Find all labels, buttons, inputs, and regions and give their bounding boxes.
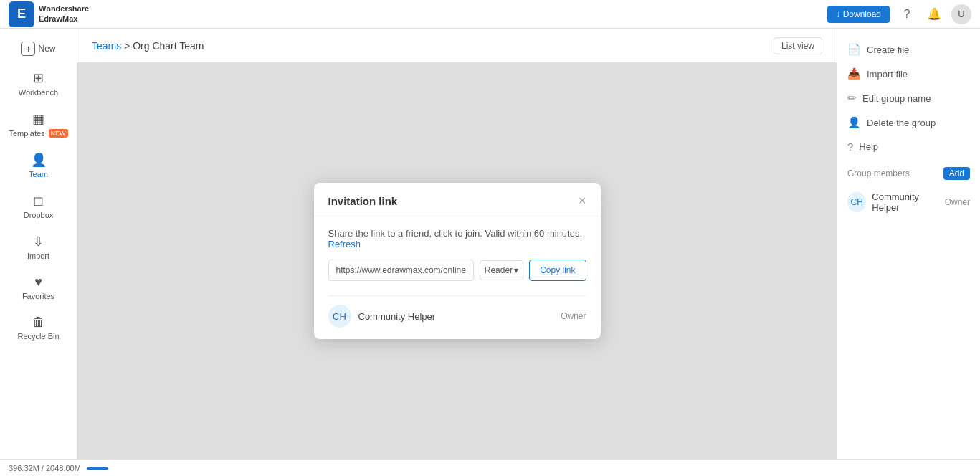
member-name: Community Helper <box>872 191 944 213</box>
sidebar-item-dropbox[interactable]: ◻ Dropbox <box>4 187 72 225</box>
content-header: Teams > Org Chart Team List view <box>77 29 837 63</box>
import-file-icon: 📥 <box>847 67 861 80</box>
right-panel-help[interactable]: ? Help <box>837 135 980 158</box>
edit-group-name-label: Edit group name <box>862 93 931 104</box>
status-bar: 396.32M / 2048.00M <box>0 459 980 476</box>
breadcrumb: Teams > Org Chart Team <box>92 40 204 52</box>
modal-member-row: CH Community Helper Owner <box>328 305 586 328</box>
right-panel-edit-group-name[interactable]: ✏ Edit group name <box>837 86 980 110</box>
sidebar-item-favorites-label: Favorites <box>22 292 54 300</box>
breadcrumb-current: Org Chart Team <box>133 40 204 52</box>
topbar-right: ↓ Download ? 🔔 U <box>827 4 971 24</box>
right-panel-create-file[interactable]: 📄 Create file <box>837 37 980 62</box>
member-role: Owner <box>945 197 970 207</box>
edit-group-name-icon: ✏ <box>847 92 857 105</box>
create-file-icon: 📄 <box>847 43 861 56</box>
sidebar-item-import[interactable]: ⇩ Import <box>4 228 72 266</box>
member-avatar: CH <box>847 192 866 212</box>
modal-member-avatar: CH <box>328 305 351 328</box>
sidebar-item-import-label: Import <box>27 252 49 260</box>
sidebar-item-templates-label: Templates <box>9 129 44 138</box>
logo-icon: E <box>9 1 34 27</box>
user-avatar-button[interactable]: U <box>951 4 971 24</box>
sidebar-item-recycle-bin[interactable]: 🗑 Recycle Bin <box>4 309 72 346</box>
help-icon-button[interactable]: ? <box>897 4 917 24</box>
create-file-label: Create file <box>867 44 909 55</box>
storage-text: 396.32M / 2048.00M <box>9 464 81 472</box>
help-icon: ? <box>847 141 853 153</box>
topbar: E Wondershare EdrawMax ↓ Download ? 🔔 U <box>0 0 980 29</box>
group-members-header: Group members Add <box>837 161 980 186</box>
modal-member-name: Community Helper <box>358 311 436 322</box>
new-plus-icon: + <box>21 42 35 56</box>
content-area: Teams > Org Chart Team List view Invitat… <box>77 29 837 459</box>
refresh-link[interactable]: Refresh <box>328 239 361 249</box>
modal-header: Invitation link × <box>314 183 601 216</box>
modal-divider <box>328 295 586 296</box>
storage-progress-bar <box>87 467 108 470</box>
sidebar-item-new[interactable]: + New <box>4 36 72 62</box>
member-item: CH Community Helper Owner <box>837 186 980 219</box>
right-panel-import-file[interactable]: 📥 Import file <box>837 62 980 86</box>
reader-dropdown[interactable]: Reader ▾ <box>480 260 523 280</box>
import-icon: ⇩ <box>33 234 44 249</box>
modal-body: Share the link to a friend, click to joi… <box>314 216 601 339</box>
download-button[interactable]: ↓ Download <box>827 6 890 23</box>
sidebar-item-workbench[interactable]: ⊞ Workbench <box>4 65 72 103</box>
main-layout: + New ⊞ Workbench ▦ Templates NEW 👤 Team… <box>0 29 980 459</box>
workbench-icon: ⊞ <box>33 70 44 86</box>
modal-close-button[interactable]: × <box>579 194 586 207</box>
modal-title: Invitation link <box>328 195 398 207</box>
modal-member-role: Owner <box>561 311 586 321</box>
modal-description: Share the link to a friend, click to joi… <box>328 228 586 249</box>
sidebar-item-templates[interactable]: ▦ Templates NEW <box>4 105 72 143</box>
sidebar-item-team-label: Team <box>29 170 48 178</box>
modal-overlay: Invitation link × Share the link to a fr… <box>77 63 837 459</box>
favorites-icon: ♥ <box>34 275 42 290</box>
logo-text: Wondershare EdrawMax <box>39 4 89 23</box>
dropbox-icon: ◻ <box>33 193 44 209</box>
sidebar-item-workbench-label: Workbench <box>19 88 58 97</box>
right-panel-delete-group[interactable]: 👤 Delete the group <box>837 110 980 135</box>
help-label: Help <box>859 141 878 152</box>
new-badge: NEW <box>49 129 68 138</box>
delete-group-label: Delete the group <box>867 118 936 128</box>
invitation-link-input[interactable] <box>328 260 474 281</box>
templates-icon: ▦ <box>32 111 44 127</box>
content-main: Invitation link × Share the link to a fr… <box>77 63 837 459</box>
add-member-button[interactable]: Add <box>943 167 970 180</box>
sidebar-item-new-label: New <box>38 44 55 54</box>
sidebar-item-favorites[interactable]: ♥ Favorites <box>4 269 72 306</box>
group-members-label: Group members <box>847 168 910 178</box>
dropdown-chevron-icon: ▾ <box>514 265 518 275</box>
copy-link-button[interactable]: Copy link <box>529 260 586 281</box>
sidebar: + New ⊞ Workbench ▦ Templates NEW 👤 Team… <box>0 29 77 459</box>
recycle-bin-icon: 🗑 <box>32 315 45 330</box>
import-file-label: Import file <box>867 69 908 80</box>
topbar-left: E Wondershare EdrawMax <box>9 1 89 27</box>
notification-bell-button[interactable]: 🔔 <box>924 4 944 24</box>
sidebar-item-recycle-bin-label: Recycle Bin <box>17 332 59 341</box>
link-row: Reader ▾ Copy link <box>328 260 586 281</box>
team-icon: 👤 <box>31 152 47 168</box>
invitation-link-modal: Invitation link × Share the link to a fr… <box>314 183 601 339</box>
sidebar-item-dropbox-label: Dropbox <box>24 211 54 219</box>
delete-group-icon: 👤 <box>847 116 861 129</box>
list-view-button[interactable]: List view <box>774 37 822 54</box>
sidebar-item-team[interactable]: 👤 Team <box>4 146 72 184</box>
right-panel: 📄 Create file 📥 Import file ✏ Edit group… <box>837 29 980 459</box>
breadcrumb-teams-link[interactable]: Teams <box>92 40 121 52</box>
